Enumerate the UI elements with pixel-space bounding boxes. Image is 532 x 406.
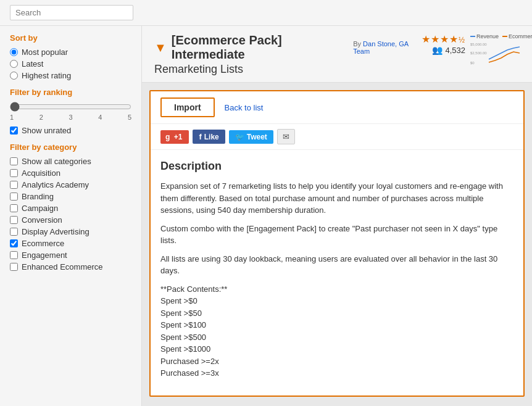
legend-dot-ecommerce: [502, 36, 507, 37]
category-engagement-label: Engagement: [22, 251, 67, 260]
tweet-label: Tweet: [247, 133, 267, 141]
category-branding-label: Branding: [22, 192, 54, 201]
svg-text:$2,500.00: $2,500.00: [470, 51, 487, 55]
gplus-label: +1: [174, 133, 183, 141]
category-engagement[interactable]: Engagement: [10, 251, 131, 260]
filter-ranking-label: Filter by ranking: [10, 88, 131, 97]
sort-latest[interactable]: Latest: [10, 59, 131, 68]
slider-label-5: 5: [128, 114, 131, 121]
twitter-icon: 🐦: [235, 133, 244, 141]
category-ecommerce-label: Ecommerce: [22, 239, 64, 248]
like-button[interactable]: f Like: [193, 130, 225, 144]
sort-options: Most popular Latest Highest rating: [10, 48, 131, 80]
email-icon: ✉: [283, 132, 289, 141]
star-rating: ★★★★½: [422, 33, 465, 45]
svg-text:$0: $0: [470, 61, 475, 65]
legend-ecommerce-label: Ecommerce: [509, 33, 532, 39]
description-para-4: **Pack Contents:** Spent >$0 Spent >$50 …: [160, 283, 513, 379]
category-display-advertising-label: Display Advertising: [22, 227, 89, 236]
sort-by-label: Sort by: [10, 33, 131, 43]
main-layout: Sort by Most popular Latest Highest rati…: [0, 26, 532, 406]
hero-title: [Ecommerce Pack] Intermediate: [172, 33, 346, 62]
mini-chart: $5,000.00 $2,500.00 $0: [470, 41, 520, 65]
half-star-icon: ½: [459, 36, 465, 44]
slider-labels: 1 2 3 4 5: [10, 114, 131, 121]
back-to-list-link[interactable]: Back to list: [225, 103, 264, 112]
facebook-icon: f: [199, 132, 201, 141]
legend-revenue: Revenue: [470, 33, 499, 39]
hero-subtitle: Remarketing Lists: [154, 63, 422, 76]
category-campaign-label: Campaign: [22, 204, 58, 213]
legend-revenue-label: Revenue: [476, 33, 499, 39]
chart-area: Revenue Ecommerce $5,000.00 $2,500.00 $: [470, 33, 520, 64]
social-buttons: g +1 f Like 🐦 Tweet ✉: [151, 124, 523, 150]
detail-actions: Import Back to list: [151, 91, 523, 124]
category-campaign[interactable]: Campaign: [10, 204, 131, 213]
import-button[interactable]: Import: [160, 97, 215, 117]
description-para-1: Expansion set of 7 remarketing lists to …: [160, 180, 513, 217]
user-count-value: 4,532: [445, 46, 465, 55]
show-unrated-checkbox[interactable]: [10, 126, 18, 135]
ranking-range-input[interactable]: [10, 102, 131, 112]
show-unrated-option[interactable]: Show unrated: [10, 126, 131, 135]
legend-ecommerce: Ecommerce: [502, 33, 532, 39]
gplus-icon: g: [165, 133, 170, 141]
sort-highest-rating-label: Highest rating: [22, 71, 71, 80]
sort-latest-label: Latest: [22, 59, 43, 68]
email-button[interactable]: ✉: [277, 129, 295, 144]
hero-author-link[interactable]: Dan Stone, GA Team: [353, 40, 408, 55]
sort-most-popular[interactable]: Most popular: [10, 48, 131, 57]
like-label: Like: [204, 133, 219, 141]
slider-label-2: 2: [39, 114, 43, 121]
description-para-2: Custom combo with the [Engagement Pack] …: [160, 223, 513, 247]
description-content: Description Expansion set of 7 remarketi…: [151, 150, 523, 396]
svg-text:$5,000.00: $5,000.00: [470, 43, 487, 46]
content-area: ▼ [Ecommerce Pack] Intermediate By Dan S…: [142, 26, 532, 406]
category-all-label: Show all categories: [22, 157, 91, 166]
legend-dot-revenue: [470, 36, 475, 37]
user-count: 👥 4,532: [432, 45, 465, 55]
hero-right: ★★★★½ 👥 4,532 Revenue: [422, 33, 520, 64]
funnel-icon: ▼: [154, 41, 167, 55]
hero-ratings: ★★★★½ 👥 4,532: [422, 33, 465, 55]
slider-label-4: 4: [98, 114, 102, 121]
hero-left: ▼ [Ecommerce Pack] Intermediate By Dan S…: [154, 33, 422, 76]
sort-highest-rating[interactable]: Highest rating: [10, 71, 131, 80]
hero-header: ▼ [Ecommerce Pack] Intermediate By Dan S…: [142, 26, 532, 83]
category-conversion-label: Conversion: [22, 215, 62, 225]
hero-right-top: ★★★★½ 👥 4,532 Revenue: [422, 33, 520, 64]
hero-title-row: ▼ [Ecommerce Pack] Intermediate By Dan S…: [154, 33, 422, 62]
category-enhanced-ecommerce-label: Enhanced Ecommerce: [22, 262, 103, 271]
category-analytics-academy[interactable]: Analytics Academy: [10, 180, 131, 189]
category-ecommerce[interactable]: Ecommerce: [10, 239, 131, 248]
description-title: Description: [160, 160, 513, 173]
detail-panel: Import Back to list g +1 f Like 🐦 Tweet: [149, 90, 525, 397]
stars-full: ★★★★: [422, 34, 459, 44]
category-analytics-academy-label: Analytics Academy: [22, 180, 89, 189]
top-bar: [0, 0, 532, 26]
category-branding[interactable]: Branding: [10, 192, 131, 201]
show-unrated-label: Show unrated: [22, 126, 71, 135]
slider-label-3: 3: [69, 114, 72, 121]
hero-author: By Dan Stone, GA Team: [353, 40, 422, 55]
gplus-button[interactable]: g +1: [160, 130, 189, 144]
category-acquisition-label: Acquisition: [22, 168, 60, 178]
category-all[interactable]: Show all categories: [10, 157, 131, 166]
sidebar: Sort by Most popular Latest Highest rati…: [0, 26, 142, 406]
filter-category-label: Filter by category: [10, 143, 131, 152]
search-input[interactable]: [10, 5, 133, 20]
slider-label-1: 1: [10, 114, 14, 121]
tweet-button[interactable]: 🐦 Tweet: [229, 130, 273, 144]
hero-author-prefix: By: [353, 40, 361, 48]
category-conversion[interactable]: Conversion: [10, 215, 131, 225]
category-enhanced-ecommerce[interactable]: Enhanced Ecommerce: [10, 262, 131, 271]
sort-most-popular-label: Most popular: [22, 48, 68, 57]
chart-legend: Revenue Ecommerce: [470, 33, 520, 39]
ranking-slider[interactable]: 1 2 3 4 5: [10, 102, 131, 121]
user-icon: 👥: [432, 45, 443, 55]
description-para-3: All lists are using 30 day lookback, mea…: [160, 253, 513, 277]
category-acquisition[interactable]: Acquisition: [10, 168, 131, 178]
category-display-advertising[interactable]: Display Advertising: [10, 227, 131, 236]
